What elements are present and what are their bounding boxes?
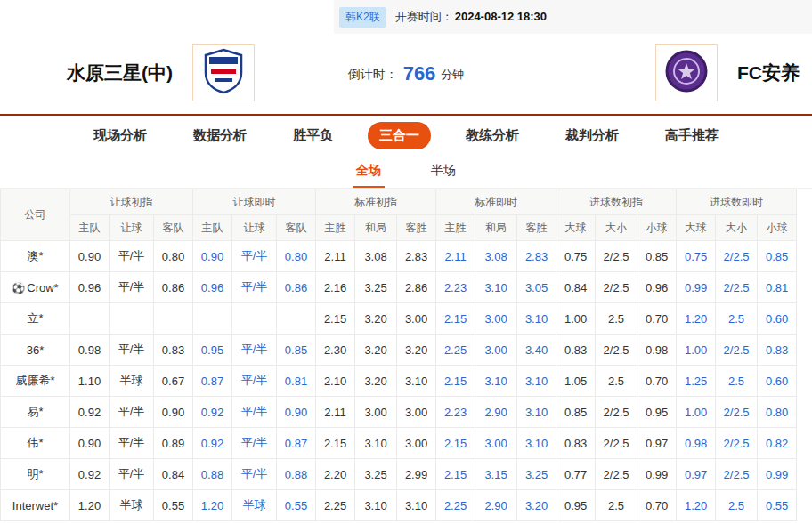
odds-cell: 1.25 xyxy=(677,366,716,397)
odds-cell: 2/2.5 xyxy=(716,241,758,272)
odds-cell: 0.89 xyxy=(154,428,193,459)
odds-cell: 平/半 xyxy=(110,272,154,303)
odds-cell: 0.88 xyxy=(277,459,316,490)
nav-tab-referee-analysis[interactable]: 裁判分析 xyxy=(554,122,630,149)
group-header-0: 让球初指 xyxy=(70,189,193,215)
col-header-5-2: 小球 xyxy=(758,215,797,241)
league-badge[interactable]: 韩K2联 xyxy=(339,7,386,28)
odds-cell: 0.82 xyxy=(758,428,797,459)
odds-cell: 2.15 xyxy=(316,303,355,335)
odds-cell: 平/半 xyxy=(232,335,277,366)
col-header-2-1: 和局 xyxy=(355,215,397,241)
odds-cell: 0.90 xyxy=(154,397,193,428)
odds-cell: 2/2.5 xyxy=(716,397,758,428)
odds-table: 公司 让球初指让球即时标准初指标准即时进球数初指进球数即时 主队让球客队主队让球… xyxy=(0,189,797,521)
odds-cell: 0.87 xyxy=(193,366,232,397)
company-column-header: 公司 xyxy=(1,189,70,241)
nav-tab-data-analysis[interactable]: 数据分析 xyxy=(182,122,258,149)
odds-cell: 2/2.5 xyxy=(596,241,637,272)
odds-cell: 3.20 xyxy=(355,366,397,397)
odds-cell: 0.60 xyxy=(758,303,797,335)
nav-tab-win-draw-lose[interactable]: 胜平负 xyxy=(281,122,345,149)
odds-cell: 平/半 xyxy=(232,397,277,428)
away-team: FC安养 xyxy=(655,44,800,101)
odds-cell: 0.92 xyxy=(70,397,110,428)
odds-cell: 0.97 xyxy=(677,459,716,490)
odds-cell: 0.98 xyxy=(70,335,110,366)
odds-cell: 1.20 xyxy=(193,490,232,521)
odds-cell: 0.86 xyxy=(277,272,316,303)
odds-cell: 平/半 xyxy=(232,428,277,459)
table-row: 威廉希*1.10半球0.670.87平/半0.812.103.203.102.1… xyxy=(1,366,797,397)
nav-tab-expert-picks[interactable]: 高手推荐 xyxy=(654,122,730,149)
odds-cell: 2.25 xyxy=(436,490,475,521)
odds-cell: 0.99 xyxy=(677,272,716,303)
odds-table-body: 澳*0.90平/半0.800.90平/半0.802.113.082.832.11… xyxy=(1,241,797,521)
odds-cell: 1.00 xyxy=(677,397,716,428)
odds-cell: 2.5 xyxy=(596,366,637,397)
odds-cell: 2/2.5 xyxy=(716,459,758,490)
odds-cell: 0.60 xyxy=(758,366,797,397)
odds-cell: 2/2.5 xyxy=(596,272,637,303)
odds-cell: 2.5 xyxy=(716,490,758,521)
odds-cell: 3.25 xyxy=(355,272,397,303)
odds-cell: 0.85 xyxy=(637,241,677,272)
odds-cell: 2.83 xyxy=(517,241,556,272)
odds-cell: 0.98 xyxy=(677,428,716,459)
odds-cell: 2.23 xyxy=(436,397,475,428)
kickoff-time: 开赛时间：2024-08-12 18:30 xyxy=(395,9,547,25)
company-cell: 易* xyxy=(1,397,70,428)
odds-cell: 3.10 xyxy=(517,366,556,397)
col-header-5-0: 大球 xyxy=(677,215,716,241)
odds-cell: 2.15 xyxy=(316,428,355,459)
odds-cell: 0.90 xyxy=(70,241,110,272)
odds-cell: 3.10 xyxy=(355,490,397,521)
odds-cell: 0.96 xyxy=(193,272,232,303)
odds-cell: 3.10 xyxy=(517,303,556,335)
odds-cell: 2.15 xyxy=(436,459,475,490)
odds-cell: 平/半 xyxy=(232,459,277,490)
odds-cell: 3.25 xyxy=(355,459,397,490)
odds-cell: 3.10 xyxy=(397,366,436,397)
odds-cell: 3.10 xyxy=(517,428,556,459)
odds-cell: 2/2.5 xyxy=(716,272,758,303)
odds-cell xyxy=(232,303,277,335)
odds-cell: 2/2.5 xyxy=(716,428,758,459)
odds-cell: 2.90 xyxy=(475,490,517,521)
col-header-1-0: 主队 xyxy=(193,215,232,241)
table-row: 易*0.92平/半0.900.92平/半0.902.113.003.002.23… xyxy=(1,397,797,428)
odds-cell: 2.11 xyxy=(316,241,355,272)
col-header-1-2: 客队 xyxy=(277,215,316,241)
odds-cell: 0.80 xyxy=(277,241,316,272)
odds-cell: 2.10 xyxy=(316,366,355,397)
col-header-0-2: 客队 xyxy=(154,215,193,241)
odds-cell: 0.85 xyxy=(758,241,797,272)
odds-cell: 0.83 xyxy=(556,428,596,459)
subtab-half-match[interactable]: 半场 xyxy=(427,163,459,188)
odds-cell: 3.10 xyxy=(475,272,517,303)
odds-cell: 2.15 xyxy=(436,366,475,397)
group-header-1: 让球即时 xyxy=(193,189,316,215)
nav-tab-three-in-one[interactable]: 三合一 xyxy=(368,122,431,149)
table-row: 立*2.153.203.002.153.003.101.002.50.701.2… xyxy=(1,303,797,335)
odds-cell: 2/2.5 xyxy=(596,335,637,366)
odds-cell: 3.00 xyxy=(397,428,436,459)
odds-cell: 3.08 xyxy=(475,241,517,272)
odds-cell: 2/2.5 xyxy=(596,428,637,459)
odds-cell: 0.87 xyxy=(277,428,316,459)
odds-cell: 2/2.5 xyxy=(716,335,758,366)
col-header-0-0: 主队 xyxy=(70,215,110,241)
group-header-4: 进球数初指 xyxy=(556,189,677,215)
nav-tab-coach-analysis[interactable]: 教练分析 xyxy=(454,122,531,149)
odds-cell: 3.20 xyxy=(355,335,397,366)
subtab-full-match[interactable]: 全场 xyxy=(353,163,385,188)
table-row: 伟*0.90平/半0.890.92平/半0.872.153.103.002.15… xyxy=(1,428,797,459)
odds-cell: 3.00 xyxy=(397,303,436,335)
table-row: 澳*0.90平/半0.800.90平/半0.802.113.082.832.11… xyxy=(1,241,797,272)
odds-cell: 2.30 xyxy=(316,335,355,366)
odds-cell: 平/半 xyxy=(110,397,154,428)
odds-cell: 0.95 xyxy=(556,490,596,521)
col-header-4-1: 大小 xyxy=(596,215,637,241)
nav-tab-live-analysis[interactable]: 现场分析 xyxy=(82,122,158,149)
odds-cell: 2.5 xyxy=(596,490,637,521)
